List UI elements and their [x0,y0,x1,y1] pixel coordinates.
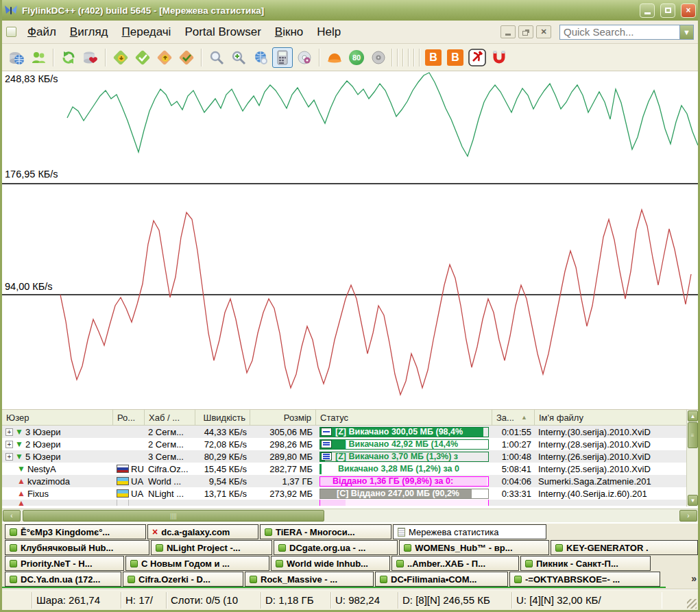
expand-icon[interactable]: + [5,441,13,448]
network-statistics-tab[interactable]: Мережева статистика [393,524,546,539]
scroll-right-button[interactable]: › [679,510,697,522]
hub-tab[interactable]: DC.Ya.dn.ua (172... [5,572,121,587]
mdi-minimize-button[interactable] [500,25,516,38]
segments-icon [321,428,332,436]
hub-online-icon [156,544,163,552]
search-spy-button[interactable] [250,47,271,68]
table-row[interactable]: +▼3 Юзери 2 Сегм... 44,33 КБ/s 305,06 МБ… [2,426,698,438]
mdi-restore-button[interactable] [518,25,533,38]
table-row[interactable]: +▼2 Юзери 2 Сегм... 72,08 КБ/s 298,26 МБ… [2,438,698,450]
col-country[interactable]: Ро... [113,410,145,425]
expand-icon[interactable]: + [5,428,13,436]
col-user[interactable]: Юзер [2,410,113,425]
hub-tab[interactable]: Клубнячковый Hub... [5,540,149,555]
hub-tab[interactable]: ×dc.a-galaxy.com [147,524,258,539]
close-button[interactable]: × [681,3,696,18]
vertical-scroll-thumb[interactable]: ≡ [688,422,698,448]
maximize-button[interactable] [660,3,675,18]
table-row[interactable]: ▲Fixus UA NLight ... 13,71 КБ/s 273,92 М… [2,487,698,500]
upload-speed-label: 248,83 КБ/s [5,73,58,84]
hub-tab[interactable]: DC•Filimania•COM... [375,572,508,587]
hub-tab[interactable]: Rock_Massive - ... [245,572,374,587]
menu-file[interactable]: Файл [21,23,63,41]
scroll-down-button[interactable]: ▼ [688,495,698,506]
hat-button[interactable] [324,47,345,68]
table-row[interactable]: ▲ [2,500,698,506]
status-slots: Слоти: 0/5 (10 [167,592,261,609]
progress-bar [319,500,489,506]
menu-window[interactable]: Вікно [268,23,310,41]
hub-tab[interactable]: Пикник - Санкт-П... [520,556,651,571]
hub-online-icon [514,576,522,583]
table-row[interactable]: ▼NestyA RU Cifra.Oz... 15,45 КБ/s 282,77… [2,463,698,475]
app-window: FlylinkDC++ (r402) build 5645 - [Мережев… [0,0,700,612]
expand-icon[interactable]: + [5,453,13,461]
hub-tab[interactable]: WOMENs_Hub™ - вр... [399,540,549,555]
mdi-close-button[interactable]: ✕ [536,25,551,38]
flag-ru-icon [117,465,129,473]
progress-bar: [Z] Викачано 300,05 МБ (98,4% [319,427,489,437]
menu-help[interactable]: Help [310,23,348,41]
hub-tab[interactable]: С Новым Годом и ... [125,556,269,571]
search-button[interactable] [206,47,227,68]
toolbar-separator [201,49,202,66]
col-speed[interactable]: Швидкість [195,410,250,425]
blog-button[interactable]: B [423,47,444,68]
minimize-button[interactable] [640,3,655,18]
toolbar-separator [391,49,393,66]
progress-bar: Віддано 1,36 ГБ (99,8%) за 0: [319,476,489,487]
hub-offline-icon: × [152,528,158,536]
hub-tab[interactable]: KEY-GENERATOR . [551,540,698,555]
table-row[interactable]: ▲kvazimoda UA World ... 9,54 КБ/s 1,37 Г… [2,475,698,487]
horizontal-scrollbar[interactable]: ‹ |||| › [2,509,698,522]
hub-tab[interactable]: Priority.NeT - Н... [5,556,124,571]
menu-transfers[interactable]: Передачі [115,23,178,41]
users-icon [30,49,47,66]
network-statistics-button[interactable] [272,47,293,68]
blog-button-2[interactable]: B [445,47,466,68]
hub-tab[interactable]: Cifra.Ozerki - D... [123,572,243,587]
users-button[interactable] [28,47,49,68]
col-status[interactable]: Статус [316,410,492,425]
quick-search-dropdown-button[interactable]: ▼ [679,25,694,40]
finished-downloads-button[interactable] [132,47,153,68]
upload-queue-button[interactable] [154,47,175,68]
resize-grip[interactable] [687,599,697,609]
flag-ua-icon [117,477,129,485]
col-size[interactable]: Розмір [250,410,316,425]
table-row[interactable]: +▼5 Юзери 3 Сегм... 80,29 КБ/s 289,80 МБ… [2,450,698,463]
menu-portal-browser[interactable]: Portal Browser [178,23,267,41]
hub-tab[interactable]: DCgate.org.ua - ... [274,540,398,555]
flag-ua-icon [117,489,129,498]
hub-tab[interactable]: NLight Project -... [151,540,272,555]
refresh-button[interactable] [58,47,79,68]
vertical-scrollbar[interactable]: ▲ ≡ ▼ [686,410,698,506]
scroll-up-button[interactable]: ▲ [688,411,698,421]
flag-icon [117,500,129,506]
hub-online-icon [276,560,283,567]
finished-uploads-button[interactable] [176,47,197,68]
hub-tab[interactable]: TiERA - Многоси... [260,524,391,539]
horizontal-scroll-thumb[interactable]: |||| [23,510,324,522]
sound-button[interactable] [368,47,389,68]
col-hub[interactable]: Хаб / ... [145,410,195,425]
col-time[interactable]: За...▲ [492,410,535,425]
connect-button[interactable] [6,47,27,68]
magnet-button[interactable] [489,47,509,68]
adl-search-button[interactable] [228,47,249,68]
tab-overflow-button[interactable]: » [691,573,697,584]
ussr-button[interactable] [467,47,487,68]
scroll-left-button[interactable]: ‹ [3,510,21,522]
menu-view[interactable]: Вигляд [63,23,115,41]
favorites-button[interactable] [80,47,101,68]
hub-tab[interactable]: -=OKTYABRSKOE=- ... [509,572,660,587]
quick-search-input[interactable] [559,25,679,40]
limit-80-icon: 80 [349,50,364,65]
hub-tab[interactable]: Ē°єMp3 Kingdomє°... [5,524,146,539]
download-queue-button[interactable] [110,47,131,68]
hub-tab[interactable]: World wide Inhub... [271,556,390,571]
settings-button[interactable] [294,47,315,68]
col-filename[interactable]: Ім'я файлу [535,410,686,425]
limit-button[interactable]: 80 [346,47,367,68]
hub-tab[interactable]: ..Amber..ХАБ - П... [391,556,519,571]
